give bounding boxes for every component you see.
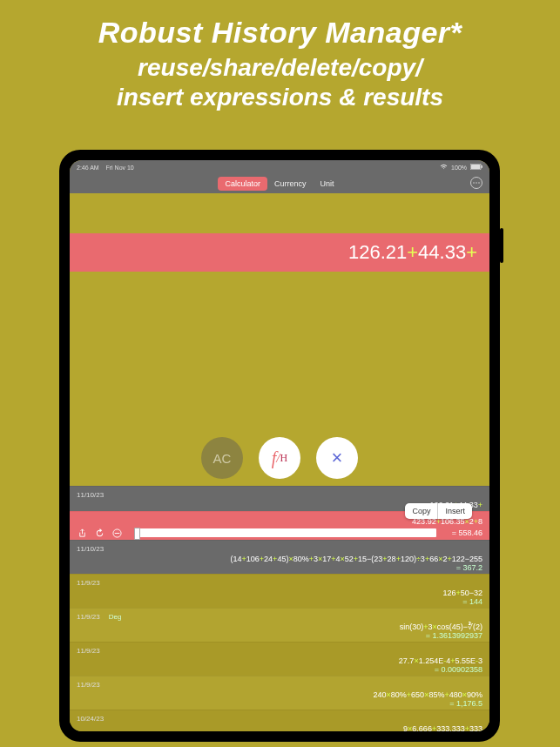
history-expression: 126+50−32 [77,587,482,597]
expression-input[interactable]: 126.21 + 44.33 + [70,233,489,272]
ipad-frame: 2:46 AM Fri Nov 10 100% Calculator Curre… [59,150,500,742]
copy-action[interactable]: Copy [405,503,437,519]
wifi-icon [440,164,448,171]
svg-rect-1 [471,165,481,169]
more-menu-button[interactable] [470,177,482,189]
delete-icon[interactable] [111,528,122,538]
history-slider[interactable] [134,528,436,537]
clear-button[interactable]: AC [201,437,243,479]
history-date: 11/10/23 [77,545,104,553]
history-result: = 367.2 [77,563,482,572]
insert-action[interactable]: Insert [437,503,472,519]
history-expression: 27.7×1.254E-4+5.55E-3 [77,655,482,665]
history-row[interactable]: 10/24/239×6,666+333,333+333= 393,660 [70,710,489,731]
history-expression: sin(30)+3×cos(45)−∛(2) [77,621,482,631]
svg-point-3 [473,182,475,184]
history-expression: (14+106+24+45)×80%+3×17+4×52+15−(23+28+1… [77,553,482,563]
status-bar: 2:46 AM Fri Nov 10 100% [70,160,489,174]
history-date: 11/10/23 [77,491,104,499]
history-row[interactable]: 11/9/23240×80%+650×85%+480×90%= 1,176.5 [70,676,489,710]
share-icon[interactable] [77,528,87,538]
svg-rect-2 [482,165,482,168]
history-result: = 144 [77,597,482,606]
history-date: 11/9/23 [77,647,100,655]
history-expression: 240×80%+650×85%+480×90% [77,689,482,699]
context-popover: CopyInsert [405,503,472,519]
reuse-icon[interactable] [94,528,105,538]
mode-tab-bar: Calculator Currency Unit [70,174,489,193]
history-result: = 1,176.5 [77,699,482,708]
svg-point-5 [478,182,480,184]
status-date: Fri Nov 10 [105,165,133,171]
status-time: 2:46 AM [77,165,99,171]
promo-subtitle: reuse/share/delete/copy/ insert expressi… [14,53,546,111]
status-battery: 100% [451,165,467,171]
history-date: 10/24/23 [77,715,104,723]
function-history-button[interactable]: f/H [259,437,300,479]
history-date: 11/9/23 [77,613,100,621]
tab-currency[interactable]: Currency [267,177,314,191]
tab-calculator[interactable]: Calculator [218,177,267,191]
svg-point-4 [476,182,477,184]
history-panel: 11/10/23126.21+44.33+CopyInsert423.92+10… [70,486,489,731]
history-expression: 9×6,666+333,333+333 [77,723,482,731]
history-row[interactable]: 11/9/23Degsin(30)+3×cos(45)−∛(2)= 1.3613… [70,608,489,642]
multiply-button[interactable]: × [316,437,358,479]
history-date: 11/9/23 [77,579,100,587]
history-date: 11/9/23 [77,681,100,689]
battery-icon [470,164,482,171]
history-result: = 558.46 [452,528,482,537]
history-row[interactable]: 11/9/2327.7×1.254E-4+5.55E-3= 0.00902358 [70,642,489,676]
history-row[interactable]: 11/10/23(14+106+24+45)×80%+3×17+4×52+15−… [70,540,489,574]
history-mode: Deg [109,613,122,621]
promo-title: Robust History Manager* [14,16,546,50]
history-row[interactable]: CopyInsert423.92+106.35×2+8= 558.46 [70,511,489,540]
screen: 2:46 AM Fri Nov 10 100% Calculator Curre… [70,160,489,731]
history-row[interactable]: 11/9/23126+50−32= 144 [70,574,489,608]
action-buttons-row: AC f/H × [70,437,489,479]
history-result: = 0.00902358 [77,665,482,674]
tab-unit[interactable]: Unit [314,177,341,191]
history-result: = 1.3613992937 [77,631,482,640]
